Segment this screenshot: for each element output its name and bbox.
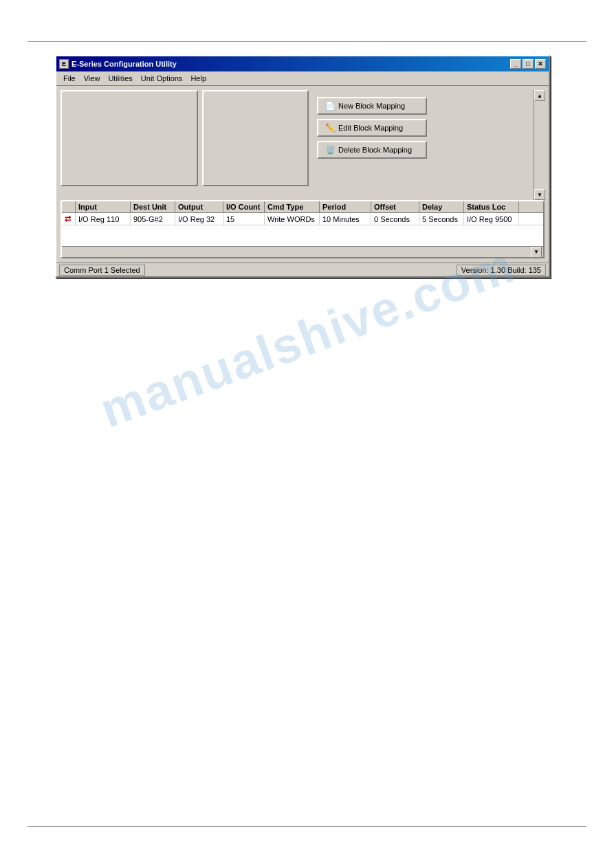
row-cmdtype: Write WORDs	[265, 214, 320, 225]
row-flag: ⇄	[62, 213, 76, 225]
row-statusloc: I/O Reg 9500	[464, 214, 519, 225]
top-section: 📄 New Block Mapping ✏️ Edit Block Mappin…	[61, 90, 545, 200]
status-bar: Comm Port 1 Selected Version: 1.30 Build…	[56, 263, 549, 276]
new-block-icon: 📄	[325, 101, 336, 111]
close-button[interactable]: ✕	[535, 59, 546, 69]
menu-unit-options[interactable]: Unit Options	[137, 73, 187, 84]
window-title: E-Series Configuration Utility	[72, 60, 177, 68]
row-destunit: 905-G#2	[131, 214, 175, 225]
action-buttons: 📄 New Block Mapping ✏️ Edit Block Mappin…	[317, 90, 427, 200]
edit-block-mapping-button[interactable]: ✏️ Edit Block Mapping	[317, 119, 427, 137]
table-scroll-down[interactable]: ▼	[531, 247, 542, 258]
title-bar: E E-Series Configuration Utility _ □ ✕	[56, 56, 549, 71]
title-bar-buttons: _ □ ✕	[510, 59, 546, 69]
menu-view[interactable]: View	[80, 73, 105, 84]
minimize-button[interactable]: _	[510, 59, 521, 69]
col-header-statusloc: Status Loc	[464, 201, 519, 212]
col-header-delay: Delay	[419, 201, 464, 212]
new-block-mapping-button[interactable]: 📄 New Block Mapping	[317, 97, 427, 115]
main-window: E E-Series Configuration Utility _ □ ✕ F…	[55, 55, 550, 278]
left-panel	[61, 90, 198, 186]
row-output: I/O Reg 32	[175, 214, 223, 225]
bottom-divider	[28, 826, 586, 827]
status-left: Comm Port 1 Selected	[59, 265, 145, 276]
delete-block-mapping-button[interactable]: 🗑️ Delete Block Mapping	[317, 141, 427, 159]
row-period: 10 Minutes	[320, 214, 371, 225]
col-header-offset: Offset	[371, 201, 419, 212]
menu-utilities[interactable]: Utilities	[104, 73, 136, 84]
row-delay: 5 Seconds	[419, 214, 464, 225]
row-iocount: 15	[223, 214, 265, 225]
col-header-period: Period	[320, 201, 371, 212]
table-row[interactable]: ⇄ I/O Reg 110 905-G#2 I/O Reg 32 15 Writ…	[62, 213, 543, 225]
table-empty-area	[62, 225, 543, 246]
status-right: Version: 1.30 Build: 135	[457, 265, 546, 276]
col-header-flag	[62, 201, 76, 212]
col-header-iocount: I/O Count	[223, 201, 265, 212]
edit-block-icon: ✏️	[325, 123, 336, 133]
menu-file[interactable]: File	[59, 73, 80, 84]
col-header-cmdtype: Cmd Type	[265, 201, 320, 212]
col-header-input: Input	[76, 201, 131, 212]
row-offset: 0 Seconds	[371, 214, 419, 225]
delete-block-icon: 🗑️	[325, 145, 336, 155]
main-content: 📄 New Block Mapping ✏️ Edit Block Mappin…	[56, 86, 549, 263]
table-header: Input Dest Unit Output I/O Count Cmd Typ…	[62, 201, 543, 213]
panels-area: 📄 New Block Mapping ✏️ Edit Block Mappin…	[61, 90, 534, 200]
table-scrollbar-bottom: ▼	[62, 246, 543, 257]
right-panel	[202, 90, 309, 186]
title-bar-left: E E-Series Configuration Utility	[59, 59, 177, 69]
maximize-button[interactable]: □	[523, 59, 534, 69]
menu-help[interactable]: Help	[186, 73, 210, 84]
scroll-track	[534, 101, 545, 189]
menu-bar: File View Utilities Unit Options Help	[56, 71, 549, 86]
scrollbar-right: ▲ ▼	[534, 90, 545, 200]
scroll-up-button[interactable]: ▲	[534, 90, 545, 101]
window-icon: E	[59, 59, 69, 69]
row-input: I/O Reg 110	[76, 214, 131, 225]
page: E E-Series Configuration Utility _ □ ✕ F…	[0, 0, 614, 868]
col-header-destunit: Dest Unit	[131, 201, 175, 212]
top-divider	[28, 41, 586, 42]
window-inner: 📄 New Block Mapping ✏️ Edit Block Mappin…	[56, 86, 549, 276]
mapping-table: Input Dest Unit Output I/O Count Cmd Typ…	[61, 200, 545, 258]
col-header-output: Output	[175, 201, 223, 212]
scroll-down-button[interactable]: ▼	[534, 189, 545, 200]
